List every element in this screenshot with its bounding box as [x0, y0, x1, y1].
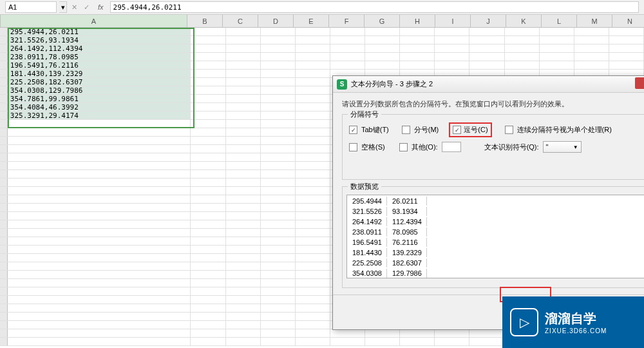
cell[interactable]: [8, 237, 191, 245]
text-qualifier-select[interactable]: " ▼: [543, 141, 582, 153]
cell[interactable]: [296, 329, 330, 337]
cell[interactable]: [505, 53, 540, 61]
cell[interactable]: [261, 329, 296, 337]
cell[interactable]: [8, 271, 191, 278]
cell[interactable]: [296, 271, 330, 278]
cell[interactable]: [261, 321, 296, 329]
cell[interactable]: [296, 304, 330, 312]
cell[interactable]: [226, 237, 261, 245]
cell[interactable]: [574, 61, 609, 69]
cell[interactable]: [296, 95, 330, 102]
cell[interactable]: [8, 262, 191, 270]
cell[interactable]: [261, 103, 296, 111]
cell[interactable]: [296, 120, 330, 128]
cell[interactable]: [191, 128, 225, 136]
tab-checkbox[interactable]: [349, 126, 357, 134]
row-header[interactable]: [0, 195, 8, 203]
cell[interactable]: [8, 296, 191, 304]
cell[interactable]: [261, 304, 296, 312]
cell[interactable]: [226, 329, 261, 337]
cell[interactable]: [296, 287, 330, 295]
row-header[interactable]: [0, 229, 8, 237]
row-header[interactable]: [0, 120, 8, 128]
cell[interactable]: [226, 195, 261, 203]
cell[interactable]: 264.1492,112.4394: [8, 44, 191, 52]
cell[interactable]: [226, 204, 261, 211]
cell[interactable]: [261, 128, 296, 136]
column-header-m[interactable]: M: [577, 15, 612, 27]
cell[interactable]: [609, 36, 644, 44]
cell[interactable]: [296, 212, 330, 220]
cell[interactable]: [191, 53, 225, 61]
cell[interactable]: [261, 170, 296, 178]
cell[interactable]: [226, 170, 261, 178]
cell[interactable]: [226, 187, 261, 195]
cell[interactable]: [8, 187, 191, 195]
cell[interactable]: [296, 279, 330, 287]
cell[interactable]: [435, 28, 469, 35]
cell[interactable]: [469, 44, 504, 52]
cell[interactable]: [261, 61, 296, 69]
cell[interactable]: [226, 120, 261, 128]
cell[interactable]: [330, 44, 365, 52]
cell[interactable]: [8, 287, 191, 295]
cell[interactable]: [540, 61, 574, 69]
cell[interactable]: 181.4430,139.2329: [8, 70, 191, 77]
row-header[interactable]: [0, 262, 8, 270]
cell[interactable]: [365, 329, 400, 337]
cell[interactable]: [191, 296, 225, 304]
cell[interactable]: [330, 61, 365, 69]
cell[interactable]: [296, 137, 330, 144]
cell[interactable]: [365, 61, 400, 69]
row-header[interactable]: [0, 329, 8, 337]
cell[interactable]: [191, 220, 225, 228]
row-header[interactable]: [0, 338, 8, 345]
cell[interactable]: [435, 53, 469, 61]
dialog-close-button[interactable]: ✕: [635, 77, 644, 89]
cell[interactable]: [261, 237, 296, 245]
row-header[interactable]: [0, 28, 8, 35]
cell[interactable]: [226, 111, 261, 119]
cell[interactable]: 196.5491,76.2116: [8, 61, 191, 69]
cell[interactable]: [296, 321, 330, 329]
cell[interactable]: [261, 44, 296, 52]
row-header[interactable]: [0, 162, 8, 169]
cell[interactable]: [261, 162, 296, 169]
cell[interactable]: [226, 254, 261, 262]
cell[interactable]: [435, 44, 469, 52]
cell[interactable]: [191, 145, 225, 153]
cell[interactable]: [261, 95, 296, 102]
cell[interactable]: [8, 220, 191, 228]
row-header[interactable]: [0, 271, 8, 278]
cell[interactable]: [226, 271, 261, 278]
column-header-g[interactable]: G: [365, 15, 400, 27]
cell[interactable]: [435, 36, 469, 44]
cell[interactable]: 321.5526,93.1934: [8, 36, 191, 44]
cell[interactable]: [191, 95, 225, 102]
cell[interactable]: [261, 137, 296, 144]
row-header[interactable]: [0, 70, 8, 77]
cell[interactable]: [191, 229, 225, 237]
cell[interactable]: [226, 95, 261, 102]
cell[interactable]: [296, 53, 330, 61]
cell[interactable]: [8, 204, 191, 211]
cell[interactable]: [296, 220, 330, 228]
cell[interactable]: [365, 28, 400, 35]
cell[interactable]: 238.0911,78.0985: [8, 53, 191, 61]
cell[interactable]: [261, 204, 296, 211]
cell[interactable]: [296, 338, 330, 345]
cell[interactable]: [261, 246, 296, 253]
cell[interactable]: [261, 86, 296, 94]
cell[interactable]: [191, 246, 225, 253]
cell[interactable]: [574, 28, 609, 35]
cell[interactable]: [296, 195, 330, 203]
cell[interactable]: [226, 229, 261, 237]
cell[interactable]: [540, 36, 574, 44]
cell[interactable]: [226, 36, 261, 44]
cell[interactable]: [226, 179, 261, 186]
column-header-f[interactable]: F: [329, 15, 365, 27]
cell[interactable]: [8, 212, 191, 220]
cell[interactable]: [330, 329, 365, 337]
formula-input[interactable]: 295.4944,26.0211: [110, 1, 639, 13]
cell[interactable]: [296, 204, 330, 211]
